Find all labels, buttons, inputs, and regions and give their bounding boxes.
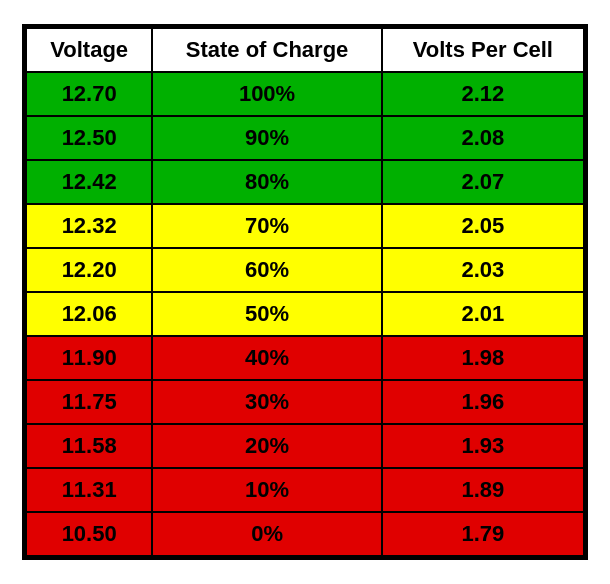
table-row: 12.0650%2.01 — [26, 292, 584, 336]
header-voltage: Voltage — [26, 28, 152, 72]
cell-state-of-charge: 20% — [152, 424, 381, 468]
cell-volts-per-cell: 1.89 — [382, 468, 584, 512]
cell-state-of-charge: 60% — [152, 248, 381, 292]
table-row: 12.2060%2.03 — [26, 248, 584, 292]
cell-volts-per-cell: 2.08 — [382, 116, 584, 160]
cell-state-of-charge: 10% — [152, 468, 381, 512]
cell-state-of-charge: 80% — [152, 160, 381, 204]
cell-voltage: 12.70 — [26, 72, 152, 116]
cell-state-of-charge: 30% — [152, 380, 381, 424]
table-row: 10.500%1.79 — [26, 512, 584, 556]
table-row: 11.7530%1.96 — [26, 380, 584, 424]
cell-state-of-charge: 70% — [152, 204, 381, 248]
cell-state-of-charge: 100% — [152, 72, 381, 116]
cell-voltage: 11.58 — [26, 424, 152, 468]
cell-volts-per-cell: 1.93 — [382, 424, 584, 468]
cell-voltage: 12.50 — [26, 116, 152, 160]
table-row: 11.9040%1.98 — [26, 336, 584, 380]
table-row: 12.4280%2.07 — [26, 160, 584, 204]
cell-voltage: 11.75 — [26, 380, 152, 424]
battery-table: Voltage State of Charge Volts Per Cell 1… — [25, 27, 585, 557]
header-volts-per-cell: Volts Per Cell — [382, 28, 584, 72]
table-row: 12.70100%2.12 — [26, 72, 584, 116]
cell-state-of-charge: 0% — [152, 512, 381, 556]
cell-voltage: 12.42 — [26, 160, 152, 204]
cell-volts-per-cell: 1.79 — [382, 512, 584, 556]
cell-voltage: 12.06 — [26, 292, 152, 336]
cell-state-of-charge: 40% — [152, 336, 381, 380]
cell-voltage: 11.90 — [26, 336, 152, 380]
cell-voltage: 12.32 — [26, 204, 152, 248]
header-state-of-charge: State of Charge — [152, 28, 381, 72]
cell-state-of-charge: 90% — [152, 116, 381, 160]
table-row: 12.3270%2.05 — [26, 204, 584, 248]
battery-table-container: Voltage State of Charge Volts Per Cell 1… — [22, 24, 588, 560]
cell-state-of-charge: 50% — [152, 292, 381, 336]
cell-voltage: 10.50 — [26, 512, 152, 556]
cell-volts-per-cell: 2.07 — [382, 160, 584, 204]
cell-voltage: 12.20 — [26, 248, 152, 292]
cell-volts-per-cell: 2.03 — [382, 248, 584, 292]
cell-volts-per-cell: 2.12 — [382, 72, 584, 116]
cell-volts-per-cell: 2.01 — [382, 292, 584, 336]
table-row: 11.3110%1.89 — [26, 468, 584, 512]
cell-voltage: 11.31 — [26, 468, 152, 512]
table-header-row: Voltage State of Charge Volts Per Cell — [26, 28, 584, 72]
cell-volts-per-cell: 1.96 — [382, 380, 584, 424]
table-row: 11.5820%1.93 — [26, 424, 584, 468]
cell-volts-per-cell: 2.05 — [382, 204, 584, 248]
table-row: 12.5090%2.08 — [26, 116, 584, 160]
cell-volts-per-cell: 1.98 — [382, 336, 584, 380]
